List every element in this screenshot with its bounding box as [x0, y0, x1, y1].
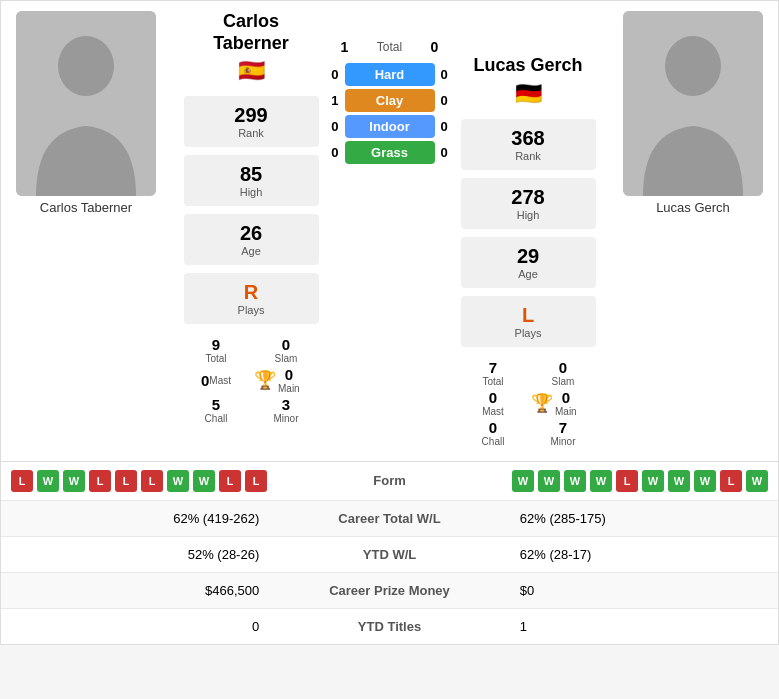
left-main-stat: 0 Main	[278, 366, 300, 394]
surface-grass-row: 0 Grass 0	[331, 139, 448, 165]
right-player-name-bottom: Lucas Gerch	[656, 200, 730, 215]
right-plays-label: Plays	[473, 327, 584, 339]
left-form-badge: W	[193, 470, 215, 492]
right-small-stats: 7 Total 0 Slam 0 Mast 🏆 0 Main	[453, 355, 603, 451]
left-plays-label: Plays	[196, 304, 307, 316]
left-rank-value: 299	[196, 104, 307, 127]
right-slam-stat: 0 Slam	[531, 359, 595, 387]
stat-left-value: $466,500	[1, 572, 275, 608]
right-mast-stat: 0 Mast	[461, 389, 525, 417]
left-player-name: Carlos Taberner	[213, 11, 289, 54]
right-form-badge: L	[616, 470, 638, 492]
comparison-container: Carlos Taberner Carlos Taberner 🇪🇸 299 R…	[0, 0, 779, 645]
stat-left-value: 62% (419-262)	[1, 500, 275, 536]
right-player-name: Lucas Gerch	[473, 55, 582, 77]
left-form-badge: L	[89, 470, 111, 492]
right-info-col: Lucas Gerch 🇩🇪 368 Rank 278 High 29 Age …	[448, 1, 608, 461]
left-form-badges: LWWLLLWWLL	[11, 470, 330, 492]
right-trophy-icon: 🏆	[531, 392, 553, 414]
right-chall-stat: 0 Chall	[461, 419, 525, 447]
clay-button[interactable]: Clay	[345, 89, 435, 112]
right-age-value: 29	[473, 245, 584, 268]
left-form-badge: W	[37, 470, 59, 492]
hard-button[interactable]: Hard	[345, 63, 435, 86]
right-form-badge: W	[564, 470, 586, 492]
svg-point-1	[58, 36, 114, 96]
right-plays-block: L Plays	[461, 296, 596, 347]
center-total-right: 0	[427, 39, 443, 55]
left-plays-block: R Plays	[184, 273, 319, 324]
left-minor-stat: 3 Minor	[254, 396, 318, 424]
left-info-col: Carlos Taberner 🇪🇸 299 Rank 85 High 26 A…	[171, 1, 331, 461]
center-col: 1 Total 0 0 Hard 0 1	[331, 1, 448, 461]
stat-right-value: 1	[504, 608, 778, 644]
left-age-label: Age	[196, 245, 307, 257]
left-form-badge: L	[219, 470, 241, 492]
left-form-badge: L	[245, 470, 267, 492]
total-row: 1 Total 0	[337, 39, 443, 55]
left-age-value: 26	[196, 222, 307, 245]
left-small-stats: 9 Total 0 Slam 0 Mast 🏆 0 Main	[176, 332, 326, 428]
left-high-block: 85 High	[184, 155, 319, 206]
center-total-label: Total	[365, 40, 415, 54]
left-trophy-icon: 🏆	[254, 369, 276, 391]
svg-point-3	[665, 36, 721, 96]
stat-right-value: 62% (285-175)	[504, 500, 778, 536]
surface-clay-row: 1 Clay 0	[331, 87, 448, 113]
right-high-value: 278	[473, 186, 584, 209]
surface-indoor-row: 0 Indoor 0	[331, 113, 448, 139]
right-high-label: High	[473, 209, 584, 221]
right-age-label: Age	[473, 268, 584, 280]
stat-center-label: Career Total W/L	[275, 500, 504, 536]
hard-left-num: 0	[331, 61, 338, 87]
left-total-stat: 9 Total	[184, 336, 248, 364]
left-player-avatar	[16, 11, 156, 196]
right-player-photo-col: Lucas Gerch	[608, 1, 778, 461]
right-rank-label: Rank	[473, 150, 584, 162]
right-form-badge: L	[720, 470, 742, 492]
left-player-flag: 🇪🇸	[238, 58, 265, 84]
left-player-photo-col: Carlos Taberner	[1, 1, 171, 461]
clay-right-num: 0	[441, 87, 448, 113]
right-player-avatar	[623, 11, 763, 196]
right-player-flag: 🇩🇪	[515, 81, 542, 107]
left-player-name-bottom: Carlos Taberner	[40, 200, 132, 215]
table-row: 62% (419-262)Career Total W/L62% (285-17…	[1, 500, 778, 536]
right-minor-stat: 7 Minor	[531, 419, 595, 447]
hard-right-num: 0	[441, 61, 448, 87]
left-form-badge: W	[63, 470, 85, 492]
form-label: Form	[330, 473, 450, 488]
left-mast-stat: 0 Mast	[184, 366, 248, 394]
left-high-label: High	[196, 186, 307, 198]
stats-table: 62% (419-262)Career Total W/L62% (285-17…	[1, 500, 778, 644]
right-form-badges: WWWWLWWWLW	[450, 470, 769, 492]
left-form-badge: W	[167, 470, 189, 492]
stat-center-label: Career Prize Money	[275, 572, 504, 608]
left-high-value: 85	[196, 163, 307, 186]
indoor-button[interactable]: Indoor	[345, 115, 435, 138]
surface-hard-row: 0 Hard 0	[331, 61, 448, 87]
left-trophy-area: 🏆 0 Main	[254, 366, 318, 394]
stat-left-value: 0	[1, 608, 275, 644]
table-row: 52% (28-26)YTD W/L62% (28-17)	[1, 536, 778, 572]
table-row: $466,500Career Prize Money$0	[1, 572, 778, 608]
left-plays-value: R	[196, 281, 307, 304]
right-age-block: 29 Age	[461, 237, 596, 288]
left-form-badge: L	[115, 470, 137, 492]
right-plays-value: L	[473, 304, 584, 327]
grass-right-num: 0	[441, 139, 448, 165]
grass-button[interactable]: Grass	[345, 141, 435, 164]
clay-left-num: 1	[331, 87, 338, 113]
indoor-left-num: 0	[331, 113, 338, 139]
stat-right-value: $0	[504, 572, 778, 608]
right-high-block: 278 High	[461, 178, 596, 229]
top-section: Carlos Taberner Carlos Taberner 🇪🇸 299 R…	[1, 1, 778, 461]
right-form-badge: W	[642, 470, 664, 492]
center-total-left: 1	[337, 39, 353, 55]
left-rank-block: 299 Rank	[184, 96, 319, 147]
table-row: 0YTD Titles1	[1, 608, 778, 644]
left-rank-label: Rank	[196, 127, 307, 139]
stat-center-label: YTD Titles	[275, 608, 504, 644]
right-rank-block: 368 Rank	[461, 119, 596, 170]
grass-left-num: 0	[331, 139, 338, 165]
